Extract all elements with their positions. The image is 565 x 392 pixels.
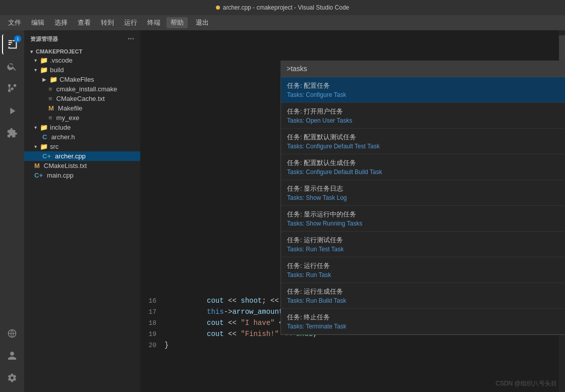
command-item-left: 任务: 配置任务 Tasks: Configure Task: [287, 81, 346, 98]
menu-terminal[interactable]: 终端: [143, 17, 164, 28]
command-item-configure-task[interactable]: 任务: 配置任务 Tasks: Configure Task 最近使用 ⚙: [281, 77, 565, 103]
command-item-terminate[interactable]: 任务: 终止任务 Tasks: Terminate Task: [281, 309, 565, 334]
tree-main-cpp[interactable]: C+ main.cpp: [24, 171, 140, 180]
menu-edit[interactable]: 编辑: [27, 17, 48, 28]
cmd-sub-2: Tasks: Configure Default Test Task: [287, 143, 380, 150]
cmd-title-9: 任务: 终止任务: [287, 313, 347, 322]
editor-area: 任务: 配置任务 Tasks: Configure Task 最近使用 ⚙ 任务…: [140, 30, 565, 392]
tree-include[interactable]: ▾ 📁 include: [24, 123, 140, 132]
include-icon: 📁: [40, 124, 48, 131]
command-item-run-test[interactable]: 任务: 运行测试任务 Tasks: Run Test Task: [281, 232, 565, 257]
command-item-run-task[interactable]: 任务: 运行任务 Tasks: Run Task: [281, 257, 565, 283]
main-cpp-label: main.cpp: [47, 172, 74, 179]
tree-src[interactable]: ▾ 📁 src: [24, 142, 140, 151]
tree-archer-cpp[interactable]: C+ archer.cpp: [24, 151, 140, 161]
line-num-18: 18: [144, 319, 164, 327]
cmd-sub-8: Tasks: Run Build Task: [287, 297, 346, 304]
archer-h-label: archer.h: [51, 133, 75, 141]
activity-bar: 1: [0, 30, 24, 392]
extensions-icon[interactable]: [2, 123, 22, 143]
title-text: archer.cpp - cmakeproject - Visual Studi…: [223, 4, 350, 11]
vscode-label: .vscode: [50, 57, 73, 64]
cmd-title-4: 任务: 显示任务日志: [287, 184, 347, 193]
project-root[interactable]: ▾ CMAKEPROJECT: [24, 47, 140, 55]
tree-cmakecache[interactable]: ≡ CMakeCache.txt: [24, 94, 140, 103]
line-num-17: 17: [144, 308, 164, 316]
src-icon: 📁: [40, 143, 48, 150]
command-palette: 任务: 配置任务 Tasks: Configure Task 最近使用 ⚙ 任务…: [280, 61, 565, 335]
cmd-sub-4: Tasks: Show Task Log: [287, 194, 347, 201]
tree-cmake-install[interactable]: ≡ cmake_install.cmake: [24, 84, 140, 94]
menu-help[interactable]: 帮助: [166, 17, 188, 28]
tree-archer-h[interactable]: C archer.h: [24, 132, 140, 142]
include-label: include: [50, 124, 71, 131]
command-item-left-1: 任务: 打开用户任务 Tasks: Open User Tasks: [287, 107, 352, 124]
command-item-left-2: 任务: 配置默认测试任务 Tasks: Configure Default Te…: [287, 133, 380, 150]
source-control-icon[interactable]: [2, 79, 22, 99]
command-item-left-9: 任务: 终止任务 Tasks: Terminate Task: [287, 313, 347, 330]
search-icon[interactable]: [2, 57, 22, 77]
explorer-badge: 1: [14, 35, 21, 42]
cmd-title-7: 任务: 运行任务: [287, 261, 331, 270]
cmakelists-label: CMakeLists.txt: [44, 162, 87, 170]
titlebar: archer.cpp - cmakeproject - Visual Studi…: [0, 0, 565, 15]
title-dot: [216, 6, 220, 10]
command-item-left-7: 任务: 运行任务 Tasks: Run Task: [287, 261, 331, 278]
cmake-install-icon: ≡: [48, 85, 52, 93]
menu-file[interactable]: 文件: [4, 17, 25, 28]
build-label: build: [50, 66, 64, 74]
sidebar: 资源管理器 ··· ▾ CMAKEPROJECT ▾ 📁 .vscode ▾ 📁…: [24, 30, 140, 392]
tree-cmakefiles[interactable]: ▶ 📁 CMakeFiles: [24, 75, 140, 84]
cmd-title-6: 任务: 运行测试任务: [287, 236, 344, 245]
command-item-show-running[interactable]: 任务: 显示运行中的任务 Tasks: Show Running Tasks: [281, 206, 565, 232]
menu-select[interactable]: 选择: [50, 17, 72, 28]
cmd-sub-1: Tasks: Open User Tasks: [287, 117, 352, 124]
project-name: CMAKEPROJECT: [36, 48, 82, 54]
menu-view[interactable]: 查看: [74, 17, 95, 28]
cmd-sub-0: Tasks: Configure Task: [287, 91, 346, 98]
command-item-run-build[interactable]: 任务: 运行生成任务 Tasks: Run Build Task Ctrl + …: [281, 283, 565, 309]
line-content-20: }: [164, 341, 168, 349]
sidebar-header-actions: ···: [128, 34, 134, 43]
sidebar-title: 资源管理器: [30, 35, 58, 43]
line-num-16: 16: [144, 297, 164, 305]
main-layout: 1: [0, 30, 565, 392]
menu-submenu-exit[interactable]: 退出: [192, 17, 213, 28]
archer-cpp-icon: C+: [42, 152, 51, 160]
cmakefiles-label: CMakeFiles: [60, 76, 94, 83]
makefile-label: Makefile: [58, 104, 82, 112]
myexe-icon: ≡: [48, 114, 52, 122]
menu-goto[interactable]: 转到: [97, 17, 118, 28]
command-item-configure-test[interactable]: 任务: 配置默认测试任务 Tasks: Configure Default Te…: [281, 129, 565, 154]
menu-run[interactable]: 运行: [120, 17, 141, 28]
tree-my-exe[interactable]: ≡ my_exe: [24, 113, 140, 123]
cmd-title-2: 任务: 配置默认测试任务: [287, 133, 380, 142]
settings-icon[interactable]: [2, 368, 22, 388]
command-item-configure-build[interactable]: 任务: 配置默认生成任务 Tasks: Configure Default Bu…: [281, 154, 565, 180]
root-arrow: ▾: [30, 49, 33, 54]
cmakecache-icon: ≡: [48, 95, 52, 102]
command-input-wrap[interactable]: [280, 61, 565, 77]
command-item-left-6: 任务: 运行测试任务 Tasks: Run Test Task: [287, 236, 344, 253]
cmd-sub-3: Tasks: Configure Default Build Task: [287, 169, 382, 176]
explorer-icon[interactable]: 1: [2, 34, 22, 54]
command-item-open-user-tasks[interactable]: 任务: 打开用户任务 Tasks: Open User Tasks 其他命令: [281, 103, 565, 129]
command-item-show-log[interactable]: 任务: 显示任务日志 Tasks: Show Task Log: [281, 180, 565, 206]
account-icon[interactable]: [2, 346, 22, 366]
tree-vscode[interactable]: ▾ 📁 .vscode: [24, 55, 140, 65]
cmd-title-3: 任务: 配置默认生成任务: [287, 158, 382, 167]
line-num-20: 20: [144, 342, 164, 349]
cmd-sub-5: Tasks: Show Running Tasks: [287, 220, 362, 227]
remote-icon[interactable]: [2, 323, 22, 344]
cmd-title-5: 任务: 显示运行中的任务: [287, 210, 362, 219]
tree-cmakelists[interactable]: M CMakeLists.txt: [24, 161, 140, 171]
command-item-left-4: 任务: 显示任务日志 Tasks: Show Task Log: [287, 184, 347, 201]
sidebar-more-icon[interactable]: ···: [128, 34, 134, 43]
cmd-sub-6: Tasks: Run Test Task: [287, 246, 344, 253]
menubar: 文件 编辑 选择 查看 转到 运行 终端 帮助 退出: [0, 15, 565, 30]
tree-makefile[interactable]: M Makefile: [24, 103, 140, 113]
archer-h-icon: C: [42, 133, 47, 141]
run-debug-icon[interactable]: [2, 101, 22, 121]
tree-build[interactable]: ▾ 📁 build: [24, 65, 140, 75]
command-input[interactable]: [285, 63, 565, 75]
